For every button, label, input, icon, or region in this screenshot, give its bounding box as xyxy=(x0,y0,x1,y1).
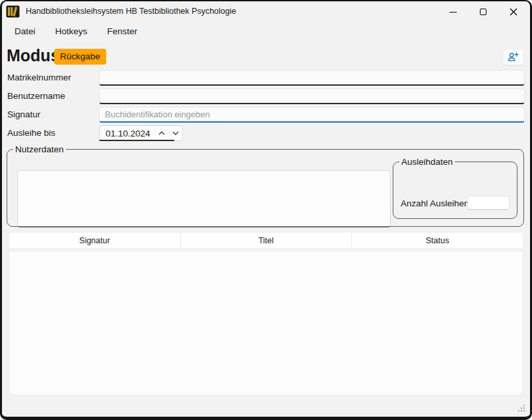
add-user-button[interactable] xyxy=(502,49,524,65)
menu-item-datei[interactable]: Datei xyxy=(5,23,46,40)
signatur-label: Signatur xyxy=(7,107,40,122)
date-value: 01.10.2024 xyxy=(100,129,154,138)
column-header-signatur[interactable]: Signatur xyxy=(9,233,181,248)
anzahl-ausleihen-input[interactable] xyxy=(467,196,510,210)
benutzername-label: Benutzername xyxy=(7,89,65,104)
maximize-icon xyxy=(480,9,486,15)
spinner-down-button[interactable] xyxy=(168,126,182,140)
table-header: Signatur Titel Status xyxy=(9,232,523,249)
window-title: Handbibliotheksleihsystem HB Testbibliot… xyxy=(26,7,236,16)
ausleihe-bis-label: Ausleihe bis xyxy=(7,126,55,140)
matrikelnummer-label: Matrikelnummer xyxy=(7,71,71,85)
minimize-button[interactable] xyxy=(438,1,468,22)
mode-badge[interactable]: Rückgabe xyxy=(54,49,106,65)
app-window: Handbibliotheksleihsystem HB Testbibliot… xyxy=(0,0,532,420)
page-title: Modus xyxy=(7,46,60,65)
minimize-icon xyxy=(449,12,457,13)
chevron-down-icon xyxy=(172,131,179,135)
menu-item-hotkeys[interactable]: Hotkeys xyxy=(46,23,98,40)
books-icon xyxy=(6,5,20,18)
ausleihdaten-legend: Ausleihdaten xyxy=(399,157,455,167)
window-controls xyxy=(438,1,529,22)
spinner-up-button[interactable] xyxy=(154,126,168,140)
benutzername-input[interactable] xyxy=(99,88,525,104)
anzahl-ausleihen-label: Anzahl Ausleihen xyxy=(401,198,469,208)
table-body xyxy=(9,251,523,396)
column-header-status[interactable]: Status xyxy=(352,233,523,248)
matrikelnummer-input[interactable] xyxy=(99,70,525,86)
menu-item-fenster[interactable]: Fenster xyxy=(97,23,147,40)
menu-bar: Datei Hotkeys Fenster xyxy=(5,23,147,40)
ausleihdaten-group: Ausleihdaten Anzahl Ausleihen xyxy=(393,157,517,219)
chevron-up-icon xyxy=(158,131,165,135)
column-header-titel[interactable]: Titel xyxy=(181,233,352,248)
signatur-input[interactable] xyxy=(99,107,525,123)
resize-grip[interactable] xyxy=(517,405,525,412)
ausleihe-bis-spinner[interactable]: 01.10.2024 xyxy=(99,125,183,141)
close-icon xyxy=(510,8,517,16)
close-button[interactable] xyxy=(498,1,529,22)
nutzerdaten-textarea[interactable] xyxy=(17,170,391,227)
maximize-button[interactable] xyxy=(468,1,498,22)
nutzerdaten-legend: Nutzerdaten xyxy=(13,144,66,154)
person-plus-icon xyxy=(508,52,519,62)
